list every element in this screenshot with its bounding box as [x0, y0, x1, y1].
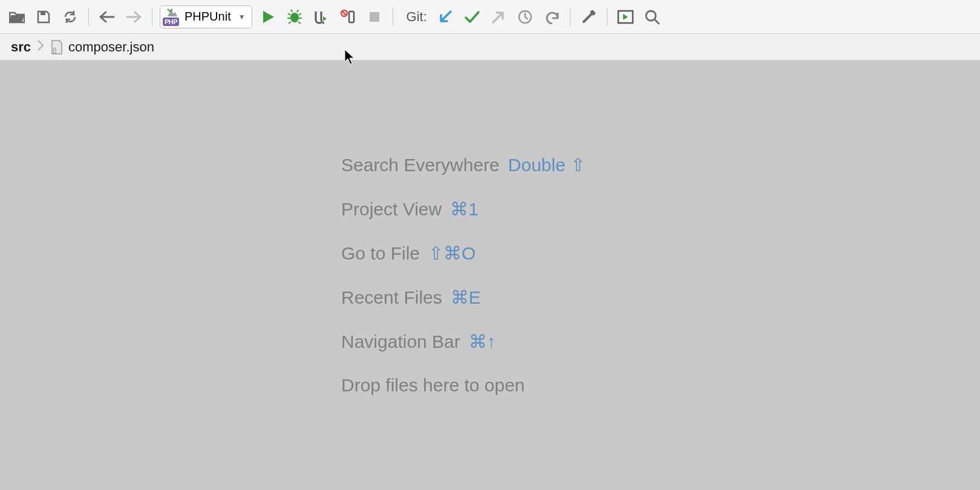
git-update-icon[interactable] [434, 6, 456, 28]
toolbar-separator [393, 8, 393, 26]
tip-project-view: Project View ⌘1 [341, 198, 586, 220]
json-file-icon: {} [50, 39, 64, 55]
forward-icon[interactable] [123, 6, 145, 28]
breadcrumb-file[interactable]: {} composer.json [50, 39, 154, 55]
breadcrumb-folder[interactable]: src [11, 39, 31, 55]
tip-recent-files: Recent Files ⌘E [341, 287, 586, 308]
git-history-icon[interactable] [514, 6, 536, 28]
stop-icon[interactable] [364, 6, 385, 28]
main-toolbar: PHP PHPUnit ▼ Git: [0, 0, 980, 34]
svg-rect-3 [370, 12, 379, 22]
open-file-icon[interactable] [6, 6, 28, 28]
toolbar-separator [570, 8, 570, 26]
breadcrumb-file-label: composer.json [68, 39, 154, 55]
svg-text:{}: {} [53, 47, 57, 54]
run-configuration-label: PHPUnit [185, 10, 231, 24]
save-all-icon[interactable] [33, 6, 54, 28]
tip-navigation-bar: Navigation Bar ⌘↑ [341, 331, 586, 352]
chevron-down-icon: ▼ [238, 13, 246, 21]
run-anything-icon[interactable] [615, 6, 636, 28]
run-configuration-selector[interactable]: PHP PHPUnit ▼ [160, 5, 252, 28]
profile-icon[interactable] [337, 6, 359, 28]
git-label: Git: [407, 9, 427, 25]
phpunit-icon: PHP [164, 9, 181, 25]
drop-files-text: Drop files here to open [341, 375, 586, 396]
git-rollback-icon[interactable] [541, 6, 563, 28]
toolbar-separator [152, 8, 152, 26]
debug-icon[interactable] [284, 6, 305, 28]
tip-search-everywhere: Search Everywhere Double ⇧ [341, 154, 586, 175]
toolbar-separator [607, 8, 607, 26]
coverage-icon[interactable] [310, 6, 332, 28]
toolbar-separator [88, 8, 89, 26]
svg-rect-0 [41, 11, 45, 15]
svg-point-1 [290, 13, 299, 22]
settings-icon[interactable] [578, 6, 599, 28]
tip-go-to-file: Go to File ⇧⌘O [341, 243, 586, 264]
editor-empty-state: Search Everywhere Double ⇧ Project View … [341, 154, 586, 396]
back-icon[interactable] [96, 6, 118, 28]
git-push-icon[interactable] [488, 6, 509, 28]
chevron-right-icon [37, 39, 44, 55]
search-icon[interactable] [641, 6, 663, 28]
breadcrumb: src {} composer.json [0, 34, 980, 60]
run-icon[interactable] [257, 6, 279, 28]
git-commit-icon[interactable] [461, 6, 483, 28]
sync-icon[interactable] [59, 6, 81, 28]
